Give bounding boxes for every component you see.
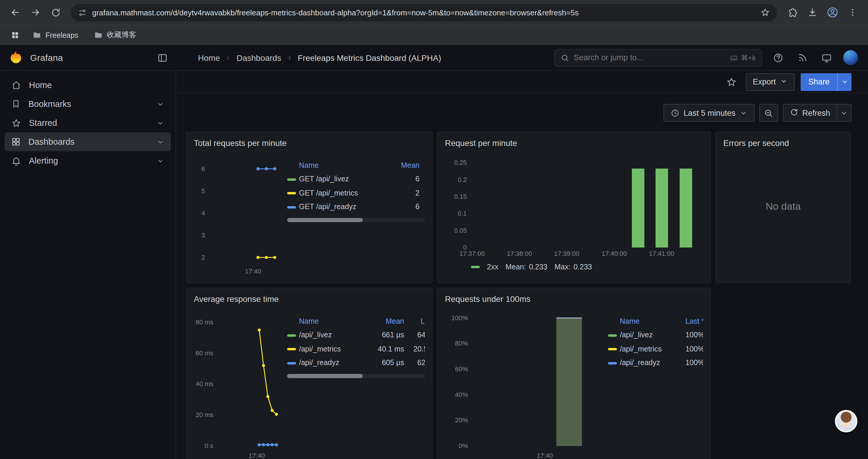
- sidebar-item-bookmarks[interactable]: Bookmarks: [5, 95, 171, 113]
- browser-forward-button[interactable]: [26, 3, 45, 22]
- sidebar-item-dashboards[interactable]: Dashboards: [5, 132, 171, 151]
- floating-avatar-widget[interactable]: [835, 410, 857, 432]
- legend-header-mean[interactable]: Mean: [385, 159, 420, 172]
- legend-horizontal-scrollbar[interactable]: [287, 218, 425, 222]
- avg-response-time-chart[interactable]: 80 ms60 ms40 ms20 ms0 s17:40: [194, 308, 282, 459]
- browser-toolbar: grafana.mathmast.com/d/deytv4rwavabkb/fr…: [0, 0, 868, 25]
- legend-last-value: 620 µs: [404, 356, 425, 370]
- downloads-icon[interactable]: [803, 3, 822, 22]
- bookmark-folder-blogs[interactable]: 收藏博客: [88, 28, 142, 42]
- chevron-down-icon[interactable]: [157, 119, 164, 127]
- svg-text:0%: 0%: [459, 442, 468, 450]
- legend-table: Name Last * /api/_livez 100% /api/_metri…: [608, 315, 703, 459]
- legend-header-name[interactable]: Name: [620, 315, 676, 328]
- legend-header-name[interactable]: Name: [299, 315, 365, 328]
- browser-back-button[interactable]: [6, 3, 25, 22]
- series-swatch: [471, 266, 480, 268]
- requests-per-minute-chart[interactable]: 0.250.20.150.10.05017:37:0017:38:0017:39…: [445, 152, 704, 259]
- legend-series-name[interactable]: /api/_metrics: [620, 342, 676, 356]
- legend-header-mean[interactable]: Mean: [365, 315, 404, 328]
- help-icon[interactable]: [771, 50, 786, 65]
- time-range-picker[interactable]: Last 5 minutes: [663, 104, 754, 122]
- series-swatch: [287, 334, 296, 337]
- scrollbar-thumb[interactable]: [287, 374, 363, 378]
- bookmark-folder-freeleaps[interactable]: Freeleaps: [27, 29, 84, 41]
- scrollbar-thumb[interactable]: [287, 218, 363, 222]
- search-input[interactable]: Search or jump to... ⌘+k: [554, 49, 762, 66]
- chevron-down-icon[interactable]: [157, 157, 164, 165]
- chevron-down-icon[interactable]: [157, 138, 164, 145]
- svg-text:5: 5: [202, 187, 205, 195]
- panel-title[interactable]: Average response time: [194, 291, 425, 306]
- requests-under-100ms-chart[interactable]: 100%80%60%40%20%0%17:40: [445, 308, 603, 459]
- profile-icon[interactable]: [823, 3, 842, 22]
- breadcrumb-dashboards[interactable]: Dashboards: [237, 53, 281, 62]
- legend-mean-stat: Mean: 0.233: [505, 263, 548, 271]
- export-button[interactable]: Export: [746, 73, 795, 91]
- svg-text:20 ms: 20 ms: [195, 411, 213, 419]
- legend-series-name[interactable]: /api/_readyz: [299, 356, 365, 370]
- legend-series-name[interactable]: /api/_livez: [299, 328, 365, 342]
- panel-request-per-minute: Request per minute 0.250.20.150.10.05017…: [437, 132, 711, 283]
- monitor-icon[interactable]: [819, 50, 834, 65]
- sidebar-item-alerting[interactable]: Alerting: [5, 151, 171, 170]
- brand-name: Grafana: [30, 53, 63, 63]
- clock-icon: [671, 108, 680, 117]
- no-data-message: No data: [723, 151, 843, 263]
- address-bar[interactable]: grafana.mathmast.com/d/deytv4rwavabkb/fr…: [71, 4, 777, 21]
- legend-header-last[interactable]: Last *: [404, 315, 425, 328]
- favorite-star-button[interactable]: [723, 73, 740, 90]
- url-text[interactable]: grafana.mathmast.com/d/deytv4rwavabkb/fr…: [92, 8, 755, 17]
- breadcrumb: Home Dashboards Freeleaps Metrics Dashbo…: [198, 53, 441, 62]
- sidebar-toggle-icon[interactable]: [157, 52, 168, 63]
- browser-window: grafana.mathmast.com/d/deytv4rwavabkb/fr…: [0, 0, 868, 459]
- browser-menu-icon[interactable]: [843, 3, 862, 22]
- brand-area: Grafana: [0, 50, 176, 65]
- header-icons: [762, 50, 868, 65]
- legend-series-name[interactable]: /api/_readyz: [620, 356, 676, 370]
- bookmark-star-icon[interactable]: [761, 8, 770, 17]
- legend-series-name[interactable]: 2xx: [487, 263, 498, 271]
- svg-text:60 ms: 60 ms: [195, 350, 213, 357]
- chevron-down-icon[interactable]: [157, 100, 164, 108]
- extensions-icon[interactable]: [783, 3, 802, 22]
- chevron-right-icon: [286, 54, 293, 61]
- legend-series-name[interactable]: /api/_livez: [620, 328, 676, 342]
- news-rss-icon[interactable]: [795, 50, 810, 65]
- panel-title[interactable]: Requests under 100ms: [445, 291, 703, 306]
- panel-title[interactable]: Total requests per minute: [194, 135, 425, 151]
- time-controls: Last 5 minutes Refresh: [663, 104, 851, 122]
- panel-requests-under-100ms: Requests under 100ms 100%80%60%40%20%0%1…: [437, 288, 711, 459]
- user-avatar[interactable]: [843, 50, 858, 65]
- sidebar-nav: Home Bookmarks Starred: [0, 71, 176, 459]
- legend-series-name[interactable]: GET /api/_metrics: [299, 186, 385, 200]
- refresh-label: Refresh: [802, 108, 830, 117]
- legend-series-name[interactable]: /api/_metrics: [299, 342, 365, 356]
- panel-title[interactable]: Request per minute: [445, 135, 703, 151]
- sidebar-item-label: Bookmarks: [28, 99, 71, 109]
- browser-reload-button[interactable]: [46, 3, 65, 22]
- total-requests-chart[interactable]: 6543217:40: [194, 152, 282, 277]
- site-info-icon[interactable]: [78, 8, 87, 17]
- series-swatch: [287, 362, 296, 364]
- refresh-button[interactable]: Refresh: [783, 104, 851, 122]
- legend-header-name[interactable]: Name: [299, 159, 385, 172]
- panel-title[interactable]: Errors per second: [723, 135, 843, 151]
- refresh-interval-caret[interactable]: [837, 104, 851, 121]
- legend-header-last[interactable]: Last *: [676, 315, 703, 328]
- sidebar-item-starred[interactable]: Starred: [5, 113, 171, 132]
- share-menu-caret[interactable]: [837, 73, 851, 91]
- breadcrumb-home[interactable]: Home: [198, 53, 220, 62]
- chevron-down-icon: [780, 77, 788, 87]
- legend-horizontal-scrollbar[interactable]: [287, 374, 425, 378]
- grafana-logo: [8, 50, 24, 65]
- legend-series-name[interactable]: GET /api/_readyz: [299, 200, 385, 214]
- zoom-out-button[interactable]: [759, 104, 778, 122]
- share-label[interactable]: Share: [801, 73, 837, 91]
- apps-grid-icon[interactable]: [7, 28, 23, 43]
- chevron-down-icon: [841, 78, 848, 86]
- sidebar-item-label: Starred: [29, 118, 57, 128]
- share-button[interactable]: Share: [801, 73, 851, 91]
- legend-series-name[interactable]: GET /api/_livez: [299, 172, 385, 186]
- sidebar-item-home[interactable]: Home: [5, 76, 171, 95]
